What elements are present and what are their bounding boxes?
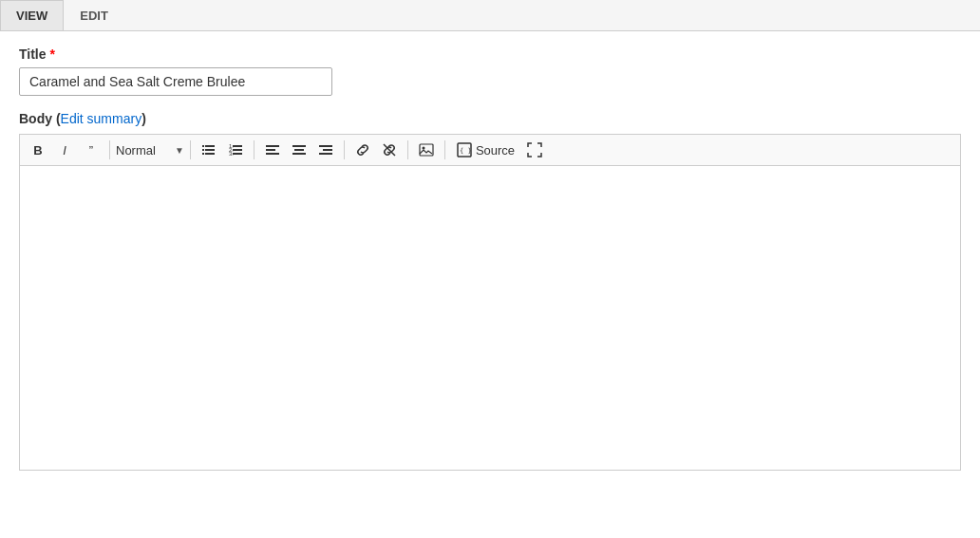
italic-button[interactable]: I <box>52 139 77 161</box>
toolbar-separator-6 <box>444 140 445 159</box>
title-label: Title <box>19 46 47 62</box>
toolbar-separator-2 <box>190 140 191 159</box>
svg-rect-17 <box>292 153 306 155</box>
source-label: Source <box>476 143 515 158</box>
svg-rect-18 <box>319 145 332 147</box>
svg-rect-0 <box>202 145 204 147</box>
svg-rect-7 <box>233 145 242 147</box>
svg-rect-12 <box>266 145 279 147</box>
source-button[interactable]: { } Source <box>451 139 520 161</box>
svg-rect-15 <box>292 145 306 147</box>
unlink-icon <box>382 142 397 158</box>
toolbar-separator-4 <box>344 140 345 159</box>
svg-text:{ }: { } <box>460 147 472 155</box>
body-label: Body <box>19 111 52 126</box>
svg-rect-11 <box>233 153 242 155</box>
svg-point-23 <box>422 147 424 150</box>
body-label-paren-close: ) <box>141 111 146 126</box>
edit-summary-link[interactable]: Edit summary <box>61 111 142 126</box>
unlink-button[interactable] <box>377 139 402 161</box>
svg-rect-20 <box>319 153 332 155</box>
toolbar-separator-1 <box>109 140 110 159</box>
source-icon: { } <box>457 142 472 158</box>
svg-rect-22 <box>420 144 433 156</box>
svg-rect-16 <box>294 149 304 151</box>
align-right-icon <box>318 142 333 158</box>
unordered-list-icon <box>201 142 217 158</box>
svg-rect-1 <box>205 145 215 147</box>
toolbar-separator-3 <box>254 140 254 159</box>
align-right-button[interactable] <box>313 139 338 161</box>
quote-button[interactable]: ” <box>79 139 104 161</box>
svg-rect-2 <box>202 149 204 151</box>
align-left-button[interactable] <box>260 139 285 161</box>
tab-edit[interactable]: EDIT <box>64 0 124 30</box>
align-center-button[interactable] <box>287 139 311 161</box>
bold-button[interactable]: B <box>26 139 50 161</box>
svg-rect-3 <box>205 149 215 151</box>
format-select-wrapper: Normal Heading 1 Heading 2 Heading 3 ▼ <box>116 141 184 159</box>
svg-rect-5 <box>205 153 215 155</box>
toolbar-separator-5 <box>407 140 408 159</box>
editor-body[interactable] <box>20 166 960 470</box>
svg-rect-4 <box>202 153 204 155</box>
align-left-icon <box>265 142 280 158</box>
format-select[interactable]: Normal Heading 1 Heading 2 Heading 3 <box>116 141 173 159</box>
image-button[interactable] <box>414 139 439 161</box>
ordered-list-button[interactable]: 1. 2. 3. <box>223 139 248 161</box>
link-icon <box>355 142 370 158</box>
editor-container: B I ” Normal Heading 1 Heading 2 Heading… <box>19 134 961 471</box>
fullscreen-button[interactable] <box>522 139 547 161</box>
svg-rect-19 <box>323 149 332 151</box>
ordered-list-icon: 1. 2. 3. <box>228 142 243 158</box>
svg-rect-13 <box>266 149 275 151</box>
svg-rect-9 <box>233 149 242 151</box>
required-indicator: * <box>50 46 55 62</box>
tabs-bar: VIEW EDIT <box>0 0 980 31</box>
image-icon <box>419 142 434 158</box>
title-input[interactable] <box>19 67 332 96</box>
unordered-list-button[interactable] <box>197 139 221 161</box>
link-button[interactable] <box>350 139 375 161</box>
svg-rect-14 <box>266 153 279 155</box>
fullscreen-icon <box>527 142 542 158</box>
toolbar: B I ” Normal Heading 1 Heading 2 Heading… <box>20 135 960 166</box>
align-center-icon <box>292 142 307 158</box>
tab-view[interactable]: VIEW <box>0 0 64 30</box>
dropdown-arrow-icon: ▼ <box>175 145 184 156</box>
